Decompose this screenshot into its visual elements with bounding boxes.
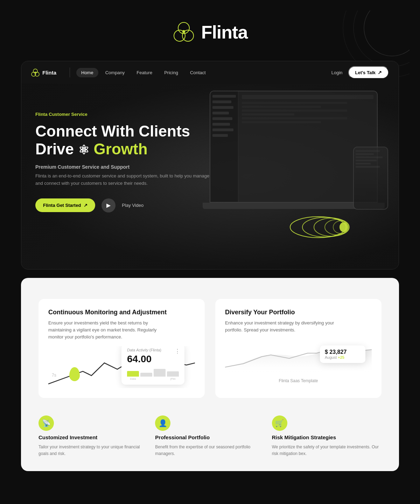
play-video-button[interactable]: ▶ (102, 198, 115, 212)
hero-actions: Flinta Get Started ↗ ▶ Play Video (35, 198, 217, 212)
hero-title-highlight: Growth (94, 140, 148, 158)
nav-brand-icon (31, 68, 40, 77)
feature-card-1-title: Continuous Monitoring and Adjustment (48, 309, 195, 316)
nav-brand: Flinta (31, 68, 56, 77)
data-bar-1 (127, 371, 139, 377)
hero-card: Flinta Home Company Feature Pricing Cont… (21, 61, 399, 270)
navbar: Flinta Home Company Feature Pricing Cont… (21, 61, 399, 84)
nav-right: Login Let's Talk ↗ (331, 66, 389, 79)
hero-cta-label: Flinta Get Started (43, 203, 81, 208)
feature-card-2-desc: Enhance your investment strategy by dive… (225, 320, 337, 334)
risk-mitigation-desc: We prioritize the safety of your templat… (272, 444, 382, 457)
risk-mitigation-icon: 🛒 (272, 415, 287, 431)
brand-header: Flinta (0, 0, 420, 61)
chart-area-2: $ 23,827 August +25 (225, 339, 372, 381)
feature-card-portfolio: Diversify Your Portfolio Enhance your in… (215, 299, 382, 398)
feature-card-monitoring: Continuous Monitoring and Adjustment Ens… (38, 299, 205, 398)
data-widget-value: 64.00 (127, 354, 179, 365)
lime-blob-decoration (69, 367, 80, 381)
svg-point-6 (182, 30, 185, 33)
nav-cta-button[interactable]: Let's Talk ↗ (348, 66, 389, 79)
brand-name: Flinta (201, 22, 248, 43)
features-grid: Continuous Monitoring and Adjustment Ens… (38, 299, 382, 398)
nav-link-pricing[interactable]: Pricing (159, 68, 183, 77)
data-bar-label-1: Data (127, 377, 139, 380)
features-section: Continuous Monitoring and Adjustment Ens… (21, 278, 399, 471)
customized-investment-icon: 📡 (38, 415, 54, 431)
play-icon: ▶ (106, 202, 111, 209)
price-sub: August +25 (325, 355, 360, 359)
phone-mockup (353, 147, 388, 210)
hero-title: Connect With Clients Drive ⚛ Growth (35, 122, 217, 158)
bottom-feature-risk: 🛒 Risk Mitigation Strategies We prioriti… (272, 415, 382, 457)
hero-cta-button[interactable]: Flinta Get Started ↗ (35, 198, 95, 212)
nav-link-contact[interactable]: Contact (185, 68, 211, 77)
hero-label: Flinta Customer Service (35, 112, 217, 117)
nav-links: Home Company Feature Pricing Contact (76, 68, 331, 77)
svg-point-10 (35, 72, 36, 73)
professional-portfolio-icon: 👤 (155, 415, 170, 431)
data-bar-label-3 (154, 377, 166, 380)
hero-subtitle: Premium Customer Service and Support (35, 164, 217, 170)
bottom-feature-customized: 📡 Customized Investment Tailor your inve… (38, 415, 148, 457)
svg-point-16 (340, 222, 348, 232)
data-bar-label-4: (Flin (167, 377, 179, 380)
professional-portfolio-desc: Benefit from the expertise of our season… (155, 444, 265, 457)
nav-login[interactable]: Login (331, 70, 343, 75)
data-bar-2 (140, 373, 152, 377)
hero-description: Flinta is an end-to-end customer service… (35, 173, 217, 187)
hero-cta-arrow-icon: ↗ (84, 203, 88, 208)
atom-icon: ⚛ (78, 143, 89, 157)
hero-title-line2: Drive (35, 140, 74, 158)
hero-text-block: Flinta Customer Service Connect With Cli… (35, 112, 217, 212)
risk-mitigation-title: Risk Mitigation Strategies (272, 434, 382, 440)
nav-divider (70, 68, 70, 77)
bottom-feature-professional: 👤 Professional Portfolio Benefit from th… (155, 415, 265, 457)
chart-label-7s: 7s (52, 373, 56, 378)
saas-label: Flinta Saas Template (225, 378, 372, 383)
data-bar-label-2 (140, 377, 152, 380)
laptop-mockup (210, 91, 378, 203)
nav-link-company[interactable]: Company (100, 68, 130, 77)
hero-body: Flinta Customer Service Connect With Cli… (21, 84, 399, 269)
data-widget-chart (127, 367, 179, 377)
professional-portfolio-title: Professional Portfolio (155, 434, 265, 440)
price-value: $ 23,827 (325, 349, 360, 355)
chart-area-1: 7s Data Activity (Flinta) 64.00 ⋮ (48, 346, 195, 388)
data-bar-3 (154, 369, 166, 377)
nav-cta-arrow-icon: ↗ (378, 70, 382, 75)
customized-investment-title: Customized Investment (38, 434, 148, 440)
bottom-features: 📡 Customized Investment Tailor your inve… (38, 415, 382, 457)
hero-title-line1: Connect With Clients (35, 122, 190, 140)
feature-card-2-title: Diversify Your Portfolio (225, 309, 372, 316)
nav-link-feature[interactable]: Feature (132, 68, 157, 77)
data-widget-header: Data Activity (Flinta) (127, 348, 179, 352)
data-activity-widget: Data Activity (Flinta) 64.00 ⋮ Data (121, 346, 184, 385)
spiral-decoration (287, 206, 350, 248)
data-bar-4 (167, 371, 179, 377)
brand-logo-icon (173, 21, 195, 43)
data-bar-labels: Data (Flin (127, 377, 179, 380)
data-widget-menu-icon: ⋮ (175, 348, 180, 355)
price-widget: $ 23,827 August +25 (320, 345, 365, 363)
laptop-screen (210, 91, 377, 202)
customized-investment-desc: Tailor your investment strategy to your … (38, 444, 148, 457)
price-change: +25 (338, 355, 344, 359)
nav-link-home[interactable]: Home (76, 68, 98, 77)
feature-card-1-desc: Ensure your investments yield the best r… (48, 320, 160, 341)
nav-brand-name: Flinta (42, 70, 56, 76)
play-video-label: Play Video (122, 203, 144, 208)
